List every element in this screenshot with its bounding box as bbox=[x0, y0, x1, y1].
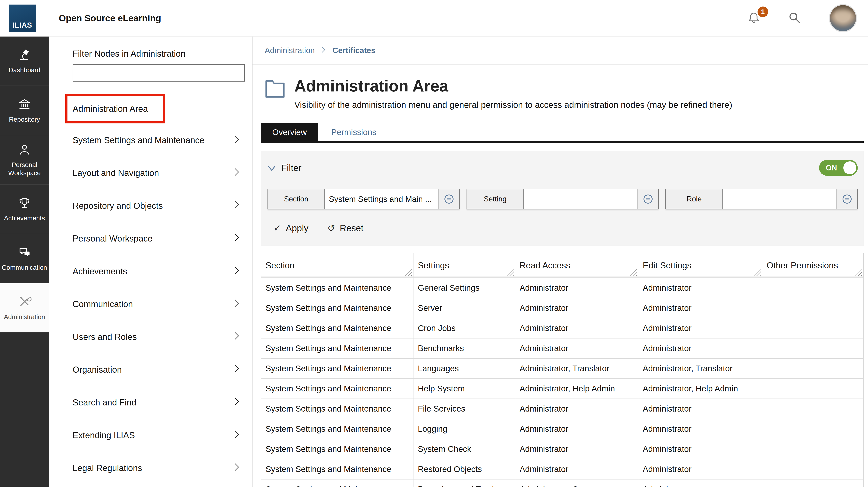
filter-field-label: Section bbox=[268, 190, 325, 209]
table-cell bbox=[762, 459, 864, 479]
column-resize-handle[interactable] bbox=[630, 269, 637, 276]
section-filter-input[interactable] bbox=[325, 190, 438, 209]
user-avatar[interactable] bbox=[829, 4, 857, 32]
table-cell: Administrator bbox=[515, 318, 638, 338]
tree-item[interactable]: Search and Find bbox=[72, 397, 241, 408]
table-cell: System Settings and Maintenance bbox=[261, 278, 413, 298]
table-cell: Administrator bbox=[638, 278, 762, 298]
column-resize-handle[interactable] bbox=[405, 269, 412, 276]
rail-item-achievements[interactable]: Achievements bbox=[0, 185, 49, 234]
reset-button[interactable]: ↺ Reset bbox=[328, 223, 364, 233]
page-subtitle: Visibility of the administration menu an… bbox=[294, 100, 732, 110]
reset-arrow-icon: ↺ bbox=[328, 223, 335, 233]
remove-role-filter-button[interactable] bbox=[836, 190, 857, 209]
chevron-down-icon bbox=[268, 163, 276, 173]
chevron-right-icon bbox=[235, 135, 240, 146]
column-header[interactable]: Edit Settings bbox=[638, 253, 762, 278]
table-cell bbox=[762, 359, 864, 379]
table-cell bbox=[762, 318, 864, 338]
notification-badge: 1 bbox=[757, 6, 768, 17]
column-resize-handle[interactable] bbox=[754, 269, 761, 276]
table-row: System Settings and MaintenanceSystem Ch… bbox=[261, 439, 864, 459]
rail-item-dashboard[interactable]: Dashboard bbox=[0, 36, 49, 86]
column-resize-handle[interactable] bbox=[856, 269, 862, 276]
crossed-tools-icon bbox=[18, 295, 32, 309]
apply-button[interactable]: ✓ Apply bbox=[273, 223, 309, 233]
breadcrumb-link-certificates[interactable]: Certificates bbox=[332, 46, 375, 55]
tree-filter-input[interactable] bbox=[72, 64, 245, 82]
rail-item-personal-workspace[interactable]: Personal Workspace bbox=[0, 135, 49, 185]
column-header[interactable]: Other Permissions bbox=[762, 253, 864, 278]
column-header[interactable]: Settings bbox=[413, 253, 515, 278]
table-cell bbox=[762, 278, 864, 298]
setting-filter-input[interactable] bbox=[524, 190, 638, 209]
remove-section-filter-button[interactable] bbox=[438, 190, 459, 209]
table-cell: Administrator bbox=[638, 338, 762, 359]
tree-item[interactable]: Layout and Navigation bbox=[72, 168, 241, 178]
table-row: System Settings and MaintenanceRestored … bbox=[261, 459, 864, 479]
permissions-table: SectionSettingsRead AccessEdit SettingsO… bbox=[261, 253, 864, 487]
table-cell: System Settings and Maintenance bbox=[261, 338, 413, 359]
filter-group-role: Role bbox=[665, 189, 858, 209]
breadcrumb-link-administration[interactable]: Administration bbox=[265, 46, 315, 55]
table-cell: File Services bbox=[413, 399, 515, 419]
table-cell: System Settings and Maintenance bbox=[261, 359, 413, 379]
filter-panel: Filter ON Section bbox=[261, 151, 864, 246]
circle-minus-icon bbox=[644, 195, 653, 204]
column-header[interactable]: Section bbox=[261, 253, 413, 278]
table-cell: Help System bbox=[413, 379, 515, 399]
notifications-button[interactable]: 1 bbox=[747, 11, 760, 25]
circle-minus-icon bbox=[444, 195, 454, 204]
column-header[interactable]: Read Access bbox=[515, 253, 638, 278]
tree-panel: Filter Nodes in Administration Administr… bbox=[49, 36, 252, 487]
checkmark-icon: ✓ bbox=[273, 223, 281, 233]
tree-item[interactable]: System Settings and Maintenance bbox=[72, 135, 241, 146]
chevron-right-icon bbox=[235, 430, 240, 440]
search-icon bbox=[788, 11, 801, 25]
filter-title-label: Filter bbox=[281, 163, 302, 173]
tab-overview[interactable]: Overview bbox=[261, 123, 318, 141]
search-button[interactable] bbox=[788, 11, 801, 25]
tab-bar: Overview Permissions bbox=[261, 123, 864, 143]
table-row: System Settings and MaintenanceFile Serv… bbox=[261, 399, 864, 419]
chevron-right-icon bbox=[235, 233, 240, 244]
tree-item-highlighted[interactable]: Administration Area bbox=[65, 94, 165, 123]
filter-collapse-header[interactable]: Filter bbox=[268, 163, 302, 173]
table-cell: System Settings and Maintenance bbox=[261, 318, 413, 338]
table-cell: Administrator, Translator bbox=[515, 359, 638, 379]
table-row: System Settings and MaintenanceGeneral S… bbox=[261, 278, 864, 298]
table-row: System Settings and MaintenanceCron Jobs… bbox=[261, 318, 864, 338]
table-cell: Server bbox=[413, 298, 515, 318]
topbar-actions: 1 bbox=[747, 4, 868, 32]
tree-item[interactable]: Repository and Objects bbox=[72, 200, 241, 211]
table-row: System Settings and MaintenanceRepositor… bbox=[261, 479, 864, 487]
rail-item-administration[interactable]: Administration bbox=[0, 283, 49, 333]
tree-item[interactable]: Legal Regulations bbox=[72, 463, 241, 474]
role-filter-input[interactable] bbox=[723, 190, 836, 209]
ilias-logo[interactable]: ILIAS bbox=[9, 4, 36, 32]
table-cell: Logging bbox=[413, 419, 515, 439]
table-cell bbox=[762, 479, 864, 487]
tree-item[interactable]: Extending ILIAS bbox=[72, 430, 241, 440]
chevron-right-icon bbox=[235, 332, 240, 342]
tree-item[interactable]: Communication bbox=[72, 299, 241, 310]
folder-icon bbox=[265, 79, 285, 110]
column-resize-handle[interactable] bbox=[507, 269, 514, 276]
chevron-right-icon bbox=[235, 299, 240, 310]
rail-item-repository[interactable]: Repository bbox=[0, 86, 49, 135]
tab-permissions[interactable]: Permissions bbox=[320, 123, 388, 141]
table-cell bbox=[762, 399, 864, 419]
tree-item[interactable]: Personal Workspace bbox=[72, 233, 241, 244]
tree-item[interactable]: Organisation bbox=[72, 364, 241, 375]
breadcrumb: Administration Certificates bbox=[252, 36, 868, 65]
page-head: Administration Area Visibility of the ad… bbox=[265, 78, 864, 110]
table-row: System Settings and MaintenanceBenchmark… bbox=[261, 338, 864, 359]
remove-setting-filter-button[interactable] bbox=[637, 190, 658, 209]
filter-field-label: Setting bbox=[467, 190, 524, 209]
tree-item[interactable]: Users and Roles bbox=[72, 332, 241, 342]
filter-on-toggle[interactable]: ON bbox=[819, 160, 858, 176]
table-cell: Administrator, Help Admin bbox=[515, 379, 638, 399]
table-cell: Administrator bbox=[515, 419, 638, 439]
rail-item-communication[interactable]: Communication bbox=[0, 234, 49, 283]
tree-item[interactable]: Achievements bbox=[72, 266, 241, 277]
